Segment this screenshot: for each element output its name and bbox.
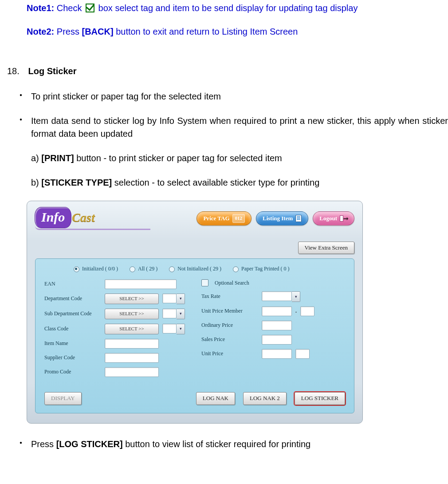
action-row: DISPLAY LOG NAK LOG NAK 2 LOG STICKER <box>44 392 345 405</box>
price-tag-button[interactable]: Price TAG 012 <box>196 211 252 226</box>
radio-all[interactable]: All ( 29 ) <box>130 265 157 273</box>
label-tax: Tax Rate <box>201 293 258 300</box>
label-class: Class Code <box>44 325 101 333</box>
sub-a: a) [PRINT] button - to print sticker or … <box>31 152 448 165</box>
radio-row: Initialized ( 0/0 ) All ( 29 ) Not Initi… <box>74 265 345 273</box>
subdept-select-button[interactable]: SELECT >> <box>105 309 159 319</box>
bullet-3: Press [LOG STICKER] button to view list … <box>18 438 448 451</box>
screenshot-wrap: Info Cast Price TAG 012 Listing Item Log… <box>27 201 448 424</box>
row-ord: Ordinary Price <box>201 321 345 330</box>
back-button-text: [BACK] <box>82 27 113 36</box>
note1-text-b: box select tag and item to be send displ… <box>96 3 358 13</box>
note2-text-a: Press <box>54 27 82 36</box>
filter-panel: Initialized ( 0/0 ) All ( 29 ) Not Initi… <box>35 258 354 413</box>
log-nak-2-button[interactable]: LOG NAK 2 <box>243 392 287 405</box>
bullet-3-b: button to view list of sticker required … <box>123 439 311 449</box>
note1-label: Note1: <box>27 3 54 13</box>
sub-b-post: selection - to select available sticker … <box>112 178 319 187</box>
class-combo[interactable]: ▾ <box>162 324 185 334</box>
price-tag-label: Price TAG <box>203 214 229 223</box>
promo-code-input[interactable] <box>105 367 159 377</box>
radio-dot-icon <box>74 266 79 272</box>
bullet-2-text: Item data send to sticker log by Info Sy… <box>31 116 448 139</box>
sales-price-input[interactable] <box>262 335 292 345</box>
note2-line: Note2: Press [BACK] button to exit and r… <box>27 25 448 38</box>
label-item: Item Name <box>44 340 101 347</box>
unit-price-input2[interactable] <box>295 349 310 359</box>
radio-dot-icon <box>169 266 175 272</box>
form-grid: EAN Department Code SELECT >> ▾ Sub Depa… <box>44 279 345 381</box>
section-title: Log Sticker <box>28 66 77 76</box>
subdept-combo[interactable]: ▾ <box>162 309 185 319</box>
sub-b: b) [STICKER TYPE] selection - to select … <box>31 176 448 189</box>
log-sticker-button[interactable]: LOG STICKER <box>295 392 345 405</box>
checkbox-icon <box>86 4 94 12</box>
log-nak-button[interactable]: LOG NAK <box>196 392 235 405</box>
price-tag-badge: 012 <box>232 214 245 223</box>
row-unit: Unit Price <box>201 349 345 359</box>
display-button[interactable]: DISPLAY <box>44 392 82 405</box>
logout-button[interactable]: Logout <box>313 211 354 226</box>
ean-input[interactable] <box>105 279 177 289</box>
label-ord: Ordinary Price <box>201 321 258 329</box>
chevron-down-icon: ▾ <box>177 324 185 334</box>
sub-a-pre: a) <box>31 153 41 163</box>
radio-paper-tag[interactable]: Paper Tag Printed ( 0 ) <box>233 265 290 273</box>
tax-combo[interactable]: ▾ <box>262 291 300 302</box>
row-sales: Sales Price <box>201 335 345 345</box>
note2-label: Note2: <box>27 27 54 36</box>
extra-row: View Extra Screen <box>35 242 354 254</box>
dept-select-button[interactable]: SELECT >> <box>105 294 159 304</box>
item-name-input[interactable] <box>105 339 159 349</box>
note1-text-a: Check <box>54 3 84 13</box>
unit-price-input[interactable] <box>262 349 292 359</box>
supplier-code-input[interactable] <box>105 353 159 363</box>
row-item: Item Name <box>44 339 188 349</box>
dept-combo[interactable]: ▾ <box>162 294 185 304</box>
row-ean: EAN <box>44 279 188 289</box>
upm-input-int[interactable] <box>262 306 292 316</box>
section-heading-row: 18. Log Sticker <box>0 65 448 78</box>
radio-not-initialized-label: Not Initialized ( 29 ) <box>177 265 221 273</box>
listing-item-button[interactable]: Listing Item <box>256 211 308 226</box>
row-subdept: Sub Department Code SELECT >> ▾ <box>44 309 188 319</box>
class-select-button[interactable]: SELECT >> <box>105 324 159 334</box>
radio-all-label: All ( 29 ) <box>138 265 157 273</box>
radio-initialized-label: Initialized ( 0/0 ) <box>82 265 118 273</box>
label-optsearch: Optional Search <box>215 279 249 287</box>
app-window: Info Cast Price TAG 012 Listing Item Log… <box>27 201 363 424</box>
radio-dot-icon <box>233 266 239 272</box>
label-dept: Department Code <box>44 295 101 302</box>
row-promo: Promo Code <box>44 367 188 377</box>
label-upm: Unit Price Member <box>201 307 258 315</box>
sticker-type-text: [STICKER TYPE] <box>41 178 112 187</box>
row-dept: Department Code SELECT >> ▾ <box>44 294 188 304</box>
radio-dot-icon <box>130 266 135 272</box>
section-number: 18. <box>7 65 26 78</box>
bullet-1: To print sticker or paper tag for the se… <box>18 90 448 103</box>
upm-input-dec[interactable] <box>300 306 314 316</box>
bullet-1-text: To print sticker or paper tag for the se… <box>31 91 221 101</box>
label-promo: Promo Code <box>44 368 101 376</box>
label-ean: EAN <box>44 280 101 288</box>
logo-cast: Cast <box>72 209 94 227</box>
bullet-3-a: Press <box>31 439 56 449</box>
log-sticker-text: [LOG STICKER] <box>56 439 123 449</box>
view-extra-screen-button[interactable]: View Extra Screen <box>298 242 354 254</box>
upm-dot: . <box>295 307 297 315</box>
note1-line: Note1: Check box select tag and item to … <box>27 2 448 15</box>
row-upm: Unit Price Member . <box>201 306 345 316</box>
radio-initialized[interactable]: Initialized ( 0/0 ) <box>74 265 118 273</box>
chevron-down-icon: ▾ <box>177 294 185 304</box>
ordinary-price-input[interactable] <box>262 321 292 330</box>
top-bar: Info Cast Price TAG 012 Listing Item Log… <box>35 207 354 230</box>
optional-search-checkbox[interactable] <box>201 279 208 286</box>
chevron-down-icon: ▾ <box>177 309 185 319</box>
row-supplier: Supplier Code <box>44 353 188 363</box>
radio-paper-tag-label: Paper Tag Printed ( 0 ) <box>241 265 290 273</box>
sub-a-post: button - to print sticker or paper tag f… <box>74 153 282 163</box>
label-unit: Unit Price <box>201 350 258 357</box>
logo: Info Cast <box>35 207 150 230</box>
radio-not-initialized[interactable]: Not Initialized ( 29 ) <box>169 265 221 273</box>
exit-icon <box>340 215 348 222</box>
